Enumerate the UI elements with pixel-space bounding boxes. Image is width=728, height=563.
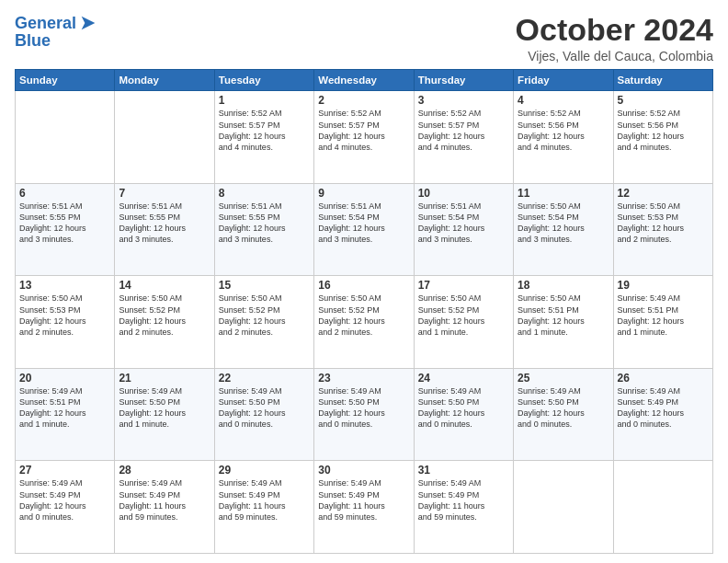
month-title: October 2024 xyxy=(516,13,713,47)
day-info: Sunrise: 5:49 AM Sunset: 5:50 PM Dayligh… xyxy=(119,385,210,431)
day-info: Sunrise: 5:49 AM Sunset: 5:49 PM Dayligh… xyxy=(318,477,409,523)
page: General Blue October 2024 Vijes, Valle d… xyxy=(0,0,728,563)
day-number: 11 xyxy=(518,187,609,200)
calendar-cell: 13Sunrise: 5:50 AM Sunset: 5:53 PM Dayli… xyxy=(16,276,115,369)
day-number: 31 xyxy=(418,464,509,477)
day-info: Sunrise: 5:52 AM Sunset: 5:56 PM Dayligh… xyxy=(518,108,609,153)
calendar-cell: 21Sunrise: 5:49 AM Sunset: 5:50 PM Dayli… xyxy=(115,368,214,461)
day-number: 29 xyxy=(219,464,310,477)
calendar-cell: 24Sunrise: 5:49 AM Sunset: 5:50 PM Dayli… xyxy=(414,368,513,461)
header: General Blue October 2024 Vijes, Valle d… xyxy=(15,13,713,63)
calendar-cell: 1Sunrise: 5:52 AM Sunset: 5:57 PM Daylig… xyxy=(214,91,313,184)
calendar-cell: 18Sunrise: 5:50 AM Sunset: 5:51 PM Dayli… xyxy=(514,276,613,369)
day-info: Sunrise: 5:49 AM Sunset: 5:50 PM Dayligh… xyxy=(318,385,409,431)
calendar-cell: 16Sunrise: 5:50 AM Sunset: 5:52 PM Dayli… xyxy=(314,276,414,369)
title-block: October 2024 Vijes, Valle del Cauca, Col… xyxy=(516,13,713,63)
calendar-cell xyxy=(16,91,115,184)
calendar-header-row: SundayMondayTuesdayWednesdayThursdayFrid… xyxy=(16,70,713,91)
day-info: Sunrise: 5:49 AM Sunset: 5:49 PM Dayligh… xyxy=(19,477,110,523)
day-info: Sunrise: 5:50 AM Sunset: 5:52 PM Dayligh… xyxy=(318,293,409,338)
day-info: Sunrise: 5:49 AM Sunset: 5:51 PM Dayligh… xyxy=(618,293,709,338)
calendar-cell xyxy=(514,461,613,554)
weekday-header-saturday: Saturday xyxy=(613,70,712,91)
day-number: 24 xyxy=(418,372,509,385)
day-number: 6 xyxy=(19,187,110,200)
calendar-cell xyxy=(115,91,214,184)
calendar-cell: 4Sunrise: 5:52 AM Sunset: 5:56 PM Daylig… xyxy=(514,91,613,184)
weekday-header-wednesday: Wednesday xyxy=(314,70,414,91)
day-info: Sunrise: 5:52 AM Sunset: 5:56 PM Dayligh… xyxy=(618,108,709,153)
calendar-table: SundayMondayTuesdayWednesdayThursdayFrid… xyxy=(15,69,713,554)
calendar-cell: 14Sunrise: 5:50 AM Sunset: 5:52 PM Dayli… xyxy=(115,276,214,369)
calendar-cell: 28Sunrise: 5:49 AM Sunset: 5:49 PM Dayli… xyxy=(115,461,214,554)
calendar-cell: 12Sunrise: 5:50 AM Sunset: 5:53 PM Dayli… xyxy=(613,183,712,276)
day-info: Sunrise: 5:52 AM Sunset: 5:57 PM Dayligh… xyxy=(318,108,409,153)
calendar-cell: 7Sunrise: 5:51 AM Sunset: 5:55 PM Daylig… xyxy=(115,183,214,276)
calendar-cell: 20Sunrise: 5:49 AM Sunset: 5:51 PM Dayli… xyxy=(16,368,115,461)
calendar-cell: 17Sunrise: 5:50 AM Sunset: 5:52 PM Dayli… xyxy=(414,276,513,369)
day-info: Sunrise: 5:51 AM Sunset: 5:54 PM Dayligh… xyxy=(318,201,409,246)
day-info: Sunrise: 5:50 AM Sunset: 5:53 PM Dayligh… xyxy=(618,201,709,246)
day-number: 22 xyxy=(219,372,310,385)
day-number: 4 xyxy=(518,94,609,107)
day-number: 16 xyxy=(318,279,409,292)
day-info: Sunrise: 5:51 AM Sunset: 5:55 PM Dayligh… xyxy=(119,201,210,246)
calendar-cell: 10Sunrise: 5:51 AM Sunset: 5:54 PM Dayli… xyxy=(414,183,513,276)
calendar-cell: 31Sunrise: 5:49 AM Sunset: 5:49 PM Dayli… xyxy=(414,461,513,554)
calendar-cell: 25Sunrise: 5:49 AM Sunset: 5:50 PM Dayli… xyxy=(514,368,613,461)
day-info: Sunrise: 5:51 AM Sunset: 5:55 PM Dayligh… xyxy=(19,201,110,246)
calendar-cell: 19Sunrise: 5:49 AM Sunset: 5:51 PM Dayli… xyxy=(613,276,712,369)
day-number: 3 xyxy=(418,94,509,107)
day-number: 17 xyxy=(418,279,509,292)
day-info: Sunrise: 5:49 AM Sunset: 5:50 PM Dayligh… xyxy=(518,385,609,431)
day-info: Sunrise: 5:49 AM Sunset: 5:50 PM Dayligh… xyxy=(219,385,310,431)
day-number: 28 xyxy=(119,464,210,477)
calendar-week-2: 6Sunrise: 5:51 AM Sunset: 5:55 PM Daylig… xyxy=(16,183,713,276)
calendar-cell: 22Sunrise: 5:49 AM Sunset: 5:50 PM Dayli… xyxy=(214,368,313,461)
calendar-week-1: 1Sunrise: 5:52 AM Sunset: 5:57 PM Daylig… xyxy=(16,91,713,184)
calendar-cell: 23Sunrise: 5:49 AM Sunset: 5:50 PM Dayli… xyxy=(314,368,414,461)
calendar-week-3: 13Sunrise: 5:50 AM Sunset: 5:53 PM Dayli… xyxy=(16,276,713,369)
day-number: 5 xyxy=(618,94,709,107)
calendar-cell: 29Sunrise: 5:49 AM Sunset: 5:49 PM Dayli… xyxy=(214,461,313,554)
location: Vijes, Valle del Cauca, Colombia xyxy=(516,49,713,63)
day-info: Sunrise: 5:49 AM Sunset: 5:49 PM Dayligh… xyxy=(119,477,210,523)
weekday-header-tuesday: Tuesday xyxy=(214,70,313,91)
day-info: Sunrise: 5:49 AM Sunset: 5:51 PM Dayligh… xyxy=(19,385,110,431)
day-number: 19 xyxy=(618,279,709,292)
day-number: 12 xyxy=(618,187,709,200)
logo-blue: Blue xyxy=(15,31,98,51)
day-number: 8 xyxy=(219,187,310,200)
calendar-cell: 9Sunrise: 5:51 AM Sunset: 5:54 PM Daylig… xyxy=(314,183,414,276)
day-number: 10 xyxy=(418,187,509,200)
day-info: Sunrise: 5:52 AM Sunset: 5:57 PM Dayligh… xyxy=(219,108,310,153)
day-info: Sunrise: 5:50 AM Sunset: 5:51 PM Dayligh… xyxy=(518,293,609,338)
svg-marker-0 xyxy=(82,17,96,30)
day-number: 9 xyxy=(318,187,409,200)
logo-text: General xyxy=(15,15,76,33)
day-number: 20 xyxy=(19,372,110,385)
calendar-cell: 5Sunrise: 5:52 AM Sunset: 5:56 PM Daylig… xyxy=(613,91,712,184)
calendar-cell: 3Sunrise: 5:52 AM Sunset: 5:57 PM Daylig… xyxy=(414,91,513,184)
calendar-cell: 30Sunrise: 5:49 AM Sunset: 5:49 PM Dayli… xyxy=(314,461,414,554)
day-number: 25 xyxy=(518,372,609,385)
day-info: Sunrise: 5:51 AM Sunset: 5:54 PM Dayligh… xyxy=(418,201,509,246)
day-number: 2 xyxy=(318,94,409,107)
calendar-cell: 26Sunrise: 5:49 AM Sunset: 5:49 PM Dayli… xyxy=(613,368,712,461)
day-info: Sunrise: 5:49 AM Sunset: 5:49 PM Dayligh… xyxy=(418,477,509,523)
calendar-week-5: 27Sunrise: 5:49 AM Sunset: 5:49 PM Dayli… xyxy=(16,461,713,554)
day-number: 15 xyxy=(219,279,310,292)
day-info: Sunrise: 5:49 AM Sunset: 5:49 PM Dayligh… xyxy=(219,477,310,523)
day-number: 18 xyxy=(518,279,609,292)
calendar-cell: 15Sunrise: 5:50 AM Sunset: 5:52 PM Dayli… xyxy=(214,276,313,369)
logo-general: General xyxy=(15,14,76,32)
day-number: 21 xyxy=(119,372,210,385)
weekday-header-thursday: Thursday xyxy=(414,70,513,91)
calendar-week-4: 20Sunrise: 5:49 AM Sunset: 5:51 PM Dayli… xyxy=(16,368,713,461)
day-number: 1 xyxy=(219,94,310,107)
day-number: 27 xyxy=(19,464,110,477)
calendar-cell: 11Sunrise: 5:50 AM Sunset: 5:54 PM Dayli… xyxy=(514,183,613,276)
day-info: Sunrise: 5:52 AM Sunset: 5:57 PM Dayligh… xyxy=(418,108,509,153)
day-info: Sunrise: 5:50 AM Sunset: 5:52 PM Dayligh… xyxy=(219,293,310,338)
calendar-cell: 6Sunrise: 5:51 AM Sunset: 5:55 PM Daylig… xyxy=(16,183,115,276)
